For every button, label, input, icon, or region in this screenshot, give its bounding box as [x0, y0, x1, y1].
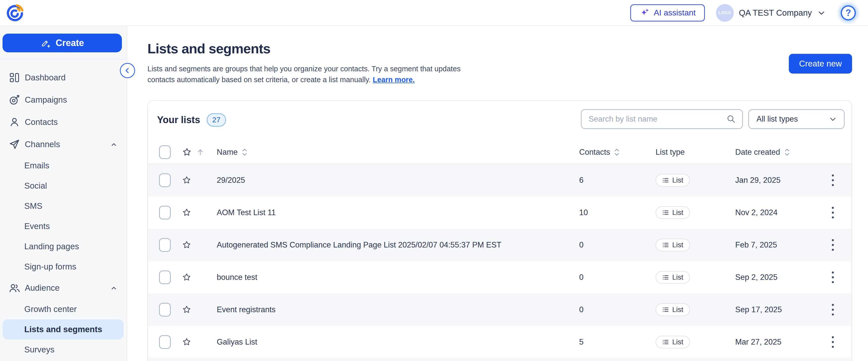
kebab-menu-icon[interactable]: [828, 172, 837, 189]
column-header-contacts[interactable]: Contacts: [579, 141, 620, 164]
search-input[interactable]: [589, 110, 726, 128]
pencil-plus-icon: [40, 38, 51, 48]
row-checkbox[interactable]: [159, 206, 171, 220]
star-icon[interactable]: [182, 337, 192, 347]
page-title: Lists and segments: [148, 41, 270, 56]
list-type-label: List: [672, 338, 683, 346]
star-icon[interactable]: [182, 207, 192, 218]
sidebar-collapse-button[interactable]: [120, 63, 135, 78]
contacts-icon: [9, 116, 20, 128]
row-actions-cell: [828, 164, 837, 196]
create-button[interactable]: Create: [3, 34, 122, 52]
column-header-date-created[interactable]: Date created: [735, 141, 790, 164]
row-actions-cell: [828, 326, 837, 358]
lists-card: Your lists 27 All list types: [148, 100, 852, 361]
kebab-menu-icon[interactable]: [828, 334, 837, 350]
kebab-menu-icon[interactable]: [828, 269, 837, 286]
kebab-menu-icon[interactable]: [828, 204, 837, 221]
favorite-sort-header[interactable]: [182, 141, 205, 164]
select-all-checkbox[interactable]: [159, 145, 171, 159]
row-checkbox[interactable]: [159, 335, 171, 349]
row-contacts-cell: 5: [579, 326, 584, 358]
row-actions-cell: [828, 294, 837, 326]
avatar-text: LOGO: [718, 11, 732, 15]
description-line1: Lists and segments are groups that help …: [148, 65, 461, 73]
row-select-cell: [159, 261, 171, 294]
help-beacon-icon[interactable]: ?: [841, 5, 856, 21]
list-type-filter-select[interactable]: All list types: [748, 109, 844, 129]
column-header-name[interactable]: Name: [217, 141, 248, 164]
ai-assistant-button[interactable]: AI assistant: [630, 4, 705, 22]
star-icon[interactable]: [182, 305, 192, 315]
sidebar-item-growth-center[interactable]: Growth center: [0, 299, 127, 319]
sidebar-item-lists-and-segments[interactable]: Lists and segments: [3, 319, 124, 339]
list-name: Autogenerated SMS Compliance Landing Pag…: [217, 240, 501, 250]
sidebar-item-sms[interactable]: SMS: [0, 196, 127, 216]
kebab-menu-icon[interactable]: [828, 237, 837, 253]
row-date-cell: Mar 27, 2025: [735, 326, 781, 358]
sidebar-item-contacts[interactable]: Contacts: [0, 111, 127, 133]
row-name-cell: bounce test: [217, 261, 257, 294]
list-icon: [662, 177, 669, 184]
list-type-filter-value: All list types: [756, 114, 798, 124]
list-type-badge: List: [656, 303, 690, 316]
row-name-cell: AOM Test List 11: [217, 196, 276, 229]
star-icon[interactable]: [182, 175, 192, 185]
list-type-label: List: [672, 241, 683, 249]
column-label: Name: [217, 147, 238, 157]
row-name-cell: Galiyas List: [217, 326, 257, 358]
row-favorite-cell: [182, 261, 192, 294]
row-select-cell: [159, 229, 171, 261]
date-created: Feb 7, 2025: [735, 240, 777, 250]
page-description: Lists and segments are groups that help …: [148, 63, 461, 85]
sidebar-item-campaigns[interactable]: Campaigns: [0, 89, 127, 111]
column-label: List type: [656, 147, 685, 157]
row-checkbox[interactable]: [159, 173, 171, 187]
sidebar-item-label: Contacts: [25, 117, 58, 127]
contacts-count: 0: [579, 240, 584, 250]
star-icon: [182, 147, 192, 158]
row-date-cell: Sep 2, 2025: [735, 261, 777, 294]
account-menu[interactable]: LOGO QA TEST Company: [716, 4, 826, 22]
topbar-right-cluster: AI assistant LOGO QA TEST Company ?: [630, 0, 858, 26]
your-lists-header: Your lists 27: [157, 111, 226, 129]
audience-icon: [9, 282, 20, 294]
list-type-label: List: [672, 208, 683, 217]
sidebar-item-label: Landing pages: [24, 242, 79, 251]
topbar: AI assistant LOGO QA TEST Company ?: [0, 0, 868, 26]
star-icon[interactable]: [182, 240, 192, 250]
contacts-count: 0: [579, 305, 584, 314]
row-list-type-cell: List: [656, 196, 690, 229]
sidebar-item-label: Events: [24, 222, 50, 231]
sidebar-item-landing-pages[interactable]: Landing pages: [0, 236, 127, 257]
ai-assistant-label: AI assistant: [654, 8, 695, 18]
constant-contact-logo-icon[interactable]: [6, 4, 24, 22]
sidebar-item-signup-forms[interactable]: Sign-up forms: [0, 257, 127, 277]
sidebar-item-social[interactable]: Social: [0, 176, 127, 196]
row-checkbox[interactable]: [159, 238, 171, 252]
sidebar-item-audience[interactable]: Audience: [0, 277, 127, 299]
star-icon[interactable]: [182, 272, 192, 283]
sidebar-item-emails[interactable]: Emails: [0, 156, 127, 176]
sidebar-item-label: Dashboard: [25, 73, 65, 83]
row-select-cell: [159, 326, 171, 358]
sidebar-item-channels[interactable]: Channels: [0, 133, 127, 156]
row-favorite-cell: [182, 294, 192, 326]
row-checkbox[interactable]: [159, 270, 171, 284]
sidebar-item-label: SMS: [24, 201, 42, 211]
row-favorite-cell: [182, 196, 192, 229]
list-count-badge: 27: [207, 113, 226, 127]
contacts-count: 5: [579, 337, 584, 347]
campaigns-icon: [9, 94, 20, 106]
row-checkbox[interactable]: [159, 303, 171, 317]
list-name: AOM Test List 11: [217, 208, 276, 217]
sidebar-item-surveys[interactable]: Surveys: [0, 339, 127, 360]
sidebar-item-events[interactable]: Events: [0, 216, 127, 236]
create-new-button[interactable]: Create new: [789, 54, 852, 73]
sort-icon: [614, 147, 620, 157]
table-row: Autogenerated SMS Compliance Landing Pag…: [148, 229, 852, 261]
sidebar-item-label: Audience: [25, 283, 60, 293]
sidebar-item-dashboard[interactable]: Dashboard: [0, 66, 127, 89]
kebab-menu-icon[interactable]: [828, 301, 837, 318]
learn-more-link[interactable]: Learn more.: [373, 75, 415, 84]
